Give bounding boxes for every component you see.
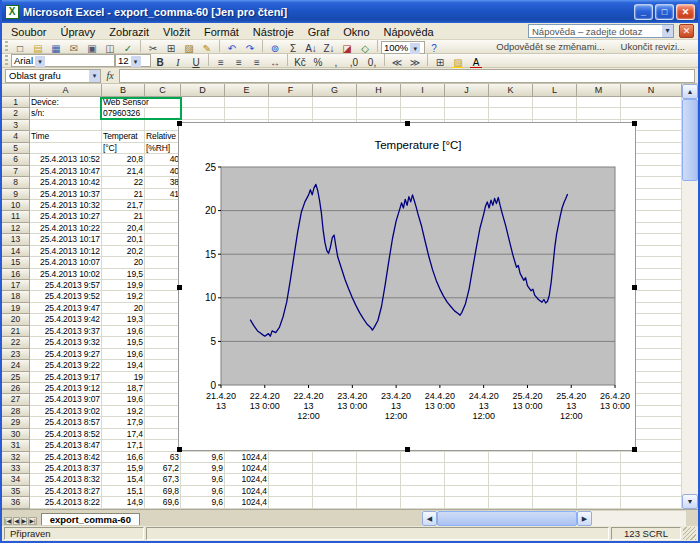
minimize-button[interactable]: _ bbox=[634, 4, 653, 20]
cell-A31[interactable]: 25.4.2013 8:47 bbox=[30, 440, 102, 451]
italic-icon[interactable]: I bbox=[170, 56, 186, 69]
cell-J36[interactable] bbox=[445, 497, 489, 508]
cell-B5[interactable]: [°C] bbox=[102, 143, 145, 154]
row-header-14[interactable]: 14 bbox=[2, 246, 30, 257]
column-header-H[interactable]: H bbox=[357, 84, 401, 97]
cell-N36[interactable] bbox=[621, 497, 682, 508]
row-header-6[interactable]: 6 bbox=[2, 154, 30, 165]
cell-C2[interactable] bbox=[145, 108, 181, 119]
cell-J34[interactable] bbox=[445, 474, 489, 485]
column-header-A[interactable]: A bbox=[30, 84, 102, 97]
row-header-29[interactable]: 29 bbox=[2, 417, 30, 428]
cell-F33[interactable] bbox=[269, 463, 313, 474]
cell-B35[interactable]: 15,1 bbox=[102, 486, 145, 497]
row-header-25[interactable]: 25 bbox=[2, 372, 30, 383]
cell-J33[interactable] bbox=[445, 463, 489, 474]
cell-K34[interactable] bbox=[489, 474, 533, 485]
cell-M32[interactable] bbox=[577, 452, 621, 463]
cell-B22[interactable]: 19,5 bbox=[102, 337, 145, 348]
cell-G32[interactable] bbox=[313, 452, 357, 463]
spelling-icon[interactable]: ✓ bbox=[120, 42, 136, 55]
cell-C8[interactable]: 38 bbox=[145, 177, 181, 188]
cell-B8[interactable]: 22 bbox=[102, 177, 145, 188]
cell-M35[interactable] bbox=[577, 486, 621, 497]
cell-I34[interactable] bbox=[401, 474, 445, 485]
select-all-corner[interactable] bbox=[2, 84, 30, 97]
cell-B20[interactable]: 19,3 bbox=[102, 314, 145, 325]
cell-B36[interactable]: 14,9 bbox=[102, 497, 145, 508]
cell-B33[interactable]: 15,9 bbox=[102, 463, 145, 474]
cell-C12[interactable] bbox=[145, 223, 181, 234]
cell-L36[interactable] bbox=[533, 497, 577, 508]
cell-B11[interactable]: 21 bbox=[102, 211, 145, 222]
cell-G33[interactable] bbox=[313, 463, 357, 474]
cell-B34[interactable]: 15,4 bbox=[102, 474, 145, 485]
cell-C23[interactable] bbox=[145, 349, 181, 360]
cell-N35[interactable] bbox=[621, 486, 682, 497]
row-header-33[interactable]: 33 bbox=[2, 463, 30, 474]
cell-B23[interactable]: 19,6 bbox=[102, 349, 145, 360]
chart-selection-handle[interactable] bbox=[177, 447, 182, 452]
cell-B4[interactable]: Temperat bbox=[102, 131, 145, 142]
cell-A34[interactable]: 25.4.2013 8:32 bbox=[30, 474, 102, 485]
cell-C7[interactable]: 40 bbox=[145, 166, 181, 177]
row-header-36[interactable]: 36 bbox=[2, 497, 30, 508]
cell-A24[interactable]: 25.4.2013 9:22 bbox=[30, 360, 102, 371]
cell-B9[interactable]: 21 bbox=[102, 189, 145, 200]
previous-sheet-button[interactable]: ◀ bbox=[13, 517, 20, 525]
cell-E1[interactable] bbox=[225, 97, 269, 108]
row-header-12[interactable]: 12 bbox=[2, 223, 30, 234]
align-left-icon[interactable]: ≡ bbox=[213, 56, 229, 69]
cell-D34[interactable]: 9,6 bbox=[181, 474, 225, 485]
chart-selection-handle[interactable] bbox=[632, 285, 637, 290]
bold-icon[interactable]: B bbox=[152, 56, 168, 69]
cell-B26[interactable]: 18,7 bbox=[102, 383, 145, 394]
cell-B14[interactable]: 20,2 bbox=[102, 246, 145, 257]
cell-M2[interactable] bbox=[577, 108, 621, 119]
close-button[interactable]: ✕ bbox=[676, 4, 695, 20]
font-color-icon[interactable]: A bbox=[468, 56, 484, 69]
row-header-4[interactable]: 4 bbox=[2, 131, 30, 142]
column-header-D[interactable]: D bbox=[181, 84, 225, 97]
scroll-down-button[interactable]: ▼ bbox=[682, 494, 698, 509]
cell-A17[interactable]: 25.4.2013 9:57 bbox=[30, 280, 102, 291]
row-header-7[interactable]: 7 bbox=[2, 166, 30, 177]
row-header-24[interactable]: 24 bbox=[2, 360, 30, 371]
cell-B3[interactable] bbox=[102, 120, 145, 131]
cell-K33[interactable] bbox=[489, 463, 533, 474]
cell-C14[interactable] bbox=[145, 246, 181, 257]
cell-A35[interactable]: 25.4.2013 8:27 bbox=[30, 486, 102, 497]
row-header-23[interactable]: 23 bbox=[2, 349, 30, 360]
decrease-indent-icon[interactable]: ≪ bbox=[389, 56, 405, 69]
cell-M1[interactable] bbox=[577, 97, 621, 108]
font-size-combo[interactable]: 12▾ bbox=[115, 54, 151, 67]
last-sheet-button[interactable]: ▶| bbox=[28, 517, 36, 525]
cell-H2[interactable] bbox=[357, 108, 401, 119]
row-header-11[interactable]: 11 bbox=[2, 211, 30, 222]
underline-icon[interactable]: U bbox=[188, 56, 204, 69]
cell-A3[interactable] bbox=[30, 120, 102, 131]
cell-C25[interactable] bbox=[145, 372, 181, 383]
cell-N1[interactable] bbox=[621, 97, 682, 108]
toolbar-grip[interactable] bbox=[5, 55, 8, 66]
cell-B27[interactable]: 19,6 bbox=[102, 394, 145, 405]
maximize-button[interactable]: □ bbox=[655, 4, 674, 20]
cell-H34[interactable] bbox=[357, 474, 401, 485]
cell-E34[interactable]: 1024,4 bbox=[225, 474, 269, 485]
workbook-close-button[interactable]: ✕ bbox=[679, 24, 694, 38]
cell-D36[interactable]: 9,6 bbox=[181, 497, 225, 508]
cell-A16[interactable]: 25.4.2013 10:02 bbox=[30, 269, 102, 280]
cell-I2[interactable] bbox=[401, 108, 445, 119]
cell-E35[interactable]: 1024,4 bbox=[225, 486, 269, 497]
cell-I35[interactable] bbox=[401, 486, 445, 497]
name-box[interactable]: Oblast grafu ▾ bbox=[5, 69, 101, 83]
row-header-1[interactable]: 1 bbox=[2, 97, 30, 108]
cell-G34[interactable] bbox=[313, 474, 357, 485]
cell-A21[interactable]: 25.4.2013 9:37 bbox=[30, 326, 102, 337]
cell-B18[interactable]: 19,2 bbox=[102, 291, 145, 302]
column-header-N[interactable]: N bbox=[621, 84, 682, 97]
row-header-18[interactable]: 18 bbox=[2, 291, 30, 302]
cell-M36[interactable] bbox=[577, 497, 621, 508]
cell-A12[interactable]: 25.4.2013 10:22 bbox=[30, 223, 102, 234]
cell-B19[interactable]: 20 bbox=[102, 303, 145, 314]
